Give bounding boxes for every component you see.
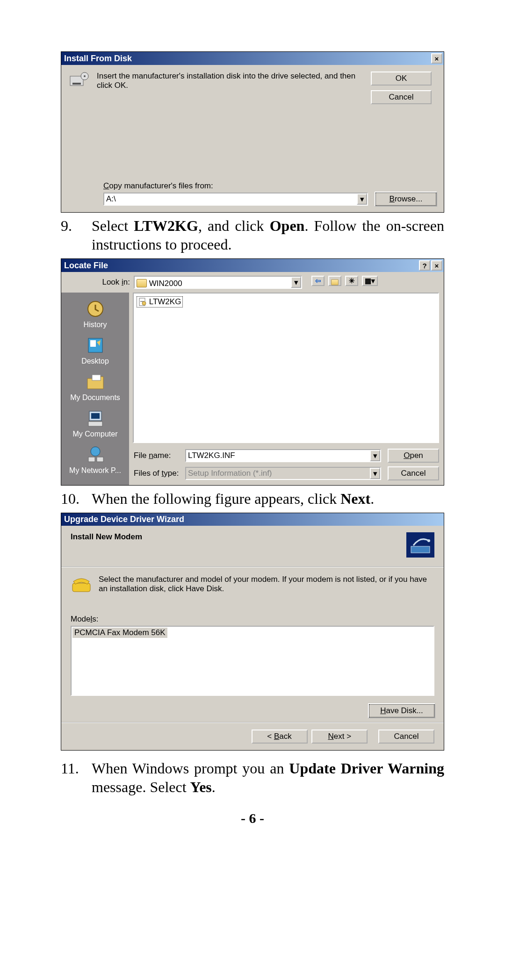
sidebar-item-mydocs[interactable]: My Documents bbox=[61, 372, 129, 402]
copy-from-label: Copy manufacturer's files from: bbox=[103, 181, 436, 191]
copy-from-combo[interactable]: A:\ ▾ bbox=[103, 193, 368, 206]
new-folder-icon[interactable]: ✳ bbox=[345, 276, 358, 286]
svg-rect-17 bbox=[406, 532, 434, 558]
next-button[interactable]: Next > bbox=[311, 730, 368, 744]
svg-rect-1 bbox=[72, 83, 81, 85]
file-list[interactable]: LTW2KG bbox=[133, 293, 439, 443]
up-folder-icon[interactable] bbox=[328, 276, 341, 286]
svg-rect-13 bbox=[97, 457, 103, 462]
dialog-title: Install From Disk bbox=[64, 54, 430, 64]
step-9: 9. Select LTW2KG, and click Open. Follow… bbox=[61, 216, 444, 254]
history-icon bbox=[86, 299, 105, 319]
sidebar-item-history[interactable]: History bbox=[61, 299, 129, 329]
modem-banner-icon bbox=[406, 532, 434, 560]
models-listbox[interactable]: PCMCIA Fax Modem 56K bbox=[71, 626, 434, 696]
titlebar: Upgrade Device Driver Wizard bbox=[61, 513, 444, 526]
disk-icon bbox=[69, 72, 97, 104]
have-disk-button[interactable]: Have Disk... bbox=[369, 704, 434, 717]
step-11: 11. When Windows prompt you an Update Dr… bbox=[61, 759, 444, 796]
sidebar-item-mycomputer[interactable]: My Computer bbox=[61, 408, 129, 438]
list-item[interactable]: PCMCIA Fax Modem 56K bbox=[72, 628, 167, 638]
filetype-combo: Setup Information (*.inf) ▾ bbox=[185, 467, 381, 480]
sidebar-item-mynetwork[interactable]: My Network P... bbox=[61, 445, 129, 475]
wizard-message: Select the manufacturer and model of you… bbox=[99, 575, 434, 596]
desktop-icon bbox=[86, 336, 105, 355]
view-menu-icon[interactable]: ▦▾ bbox=[362, 276, 378, 286]
sidebar-item-desktop[interactable]: Desktop bbox=[61, 336, 129, 365]
chevron-down-icon[interactable]: ▾ bbox=[357, 193, 367, 205]
svg-point-19 bbox=[427, 539, 430, 542]
wizard-heading: Install New Modem bbox=[71, 532, 406, 542]
dialog-message: Insert the manufacturer's installation d… bbox=[97, 72, 371, 104]
folder-icon bbox=[137, 279, 147, 287]
folder-docs-icon bbox=[86, 372, 105, 392]
file-item[interactable]: LTW2KG bbox=[137, 296, 183, 308]
chevron-down-icon[interactable]: ▾ bbox=[291, 277, 301, 288]
computer-icon bbox=[86, 408, 105, 428]
lookin-combo[interactable]: WIN2000 ▾ bbox=[134, 276, 302, 289]
inf-file-icon bbox=[138, 298, 147, 306]
svg-rect-10 bbox=[88, 422, 102, 426]
dialog-title: Locate File bbox=[64, 261, 418, 271]
places-bar: History Desktop My Documents My Computer… bbox=[61, 293, 129, 485]
svg-rect-18 bbox=[411, 546, 430, 553]
svg-rect-7 bbox=[92, 375, 101, 380]
help-icon[interactable]: ? bbox=[419, 260, 430, 271]
back-button[interactable]: < Back bbox=[252, 730, 308, 744]
svg-rect-12 bbox=[88, 457, 95, 462]
ok-button[interactable]: OK bbox=[371, 72, 432, 86]
open-button[interactable]: Open bbox=[388, 449, 439, 463]
install-from-disk-dialog: Install From Disk × Insert the manufactu… bbox=[61, 51, 444, 213]
filetype-label: Files of type: bbox=[134, 469, 185, 478]
locate-file-dialog: Locate File ? × Look in: WIN2000 ▾ ⇦ ✳ ▦… bbox=[61, 258, 444, 486]
back-arrow-icon[interactable]: ⇦ bbox=[311, 276, 325, 286]
page-number: - 6 - bbox=[61, 810, 444, 826]
titlebar: Locate File ? × bbox=[61, 259, 444, 272]
svg-rect-9 bbox=[91, 413, 100, 419]
lookin-label: Look in: bbox=[61, 276, 134, 289]
chevron-down-icon[interactable]: ▾ bbox=[370, 450, 380, 461]
network-icon bbox=[86, 445, 105, 465]
close-icon[interactable]: × bbox=[431, 260, 442, 271]
cancel-button[interactable]: Cancel bbox=[388, 466, 439, 480]
svg-point-3 bbox=[84, 75, 86, 77]
chevron-down-icon: ▾ bbox=[370, 468, 380, 479]
dialog-title: Upgrade Device Driver Wizard bbox=[64, 515, 442, 524]
filename-combo[interactable]: LTW2KG.INF ▾ bbox=[185, 449, 381, 462]
filename-label: File name: bbox=[134, 451, 185, 460]
models-label: Models: bbox=[71, 615, 434, 624]
titlebar: Install From Disk × bbox=[61, 52, 444, 65]
svg-rect-6 bbox=[90, 340, 96, 347]
svg-point-11 bbox=[91, 447, 100, 456]
browse-button[interactable]: Browse... bbox=[375, 193, 436, 206]
phone-icon bbox=[71, 575, 99, 596]
svg-point-16 bbox=[142, 301, 146, 305]
cancel-button[interactable]: Cancel bbox=[371, 90, 432, 104]
close-icon[interactable]: × bbox=[431, 53, 442, 64]
upgrade-driver-wizard-dialog: Upgrade Device Driver Wizard Install New… bbox=[61, 513, 444, 751]
step-10: 10. When the following figure appears, c… bbox=[61, 489, 444, 508]
cancel-button[interactable]: Cancel bbox=[378, 730, 434, 744]
svg-rect-20 bbox=[72, 583, 90, 592]
